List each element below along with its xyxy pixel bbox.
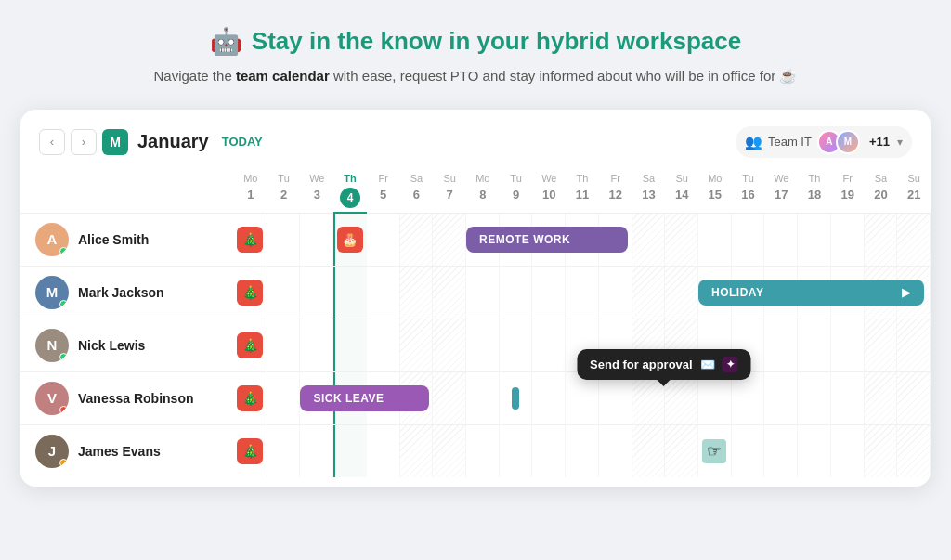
person-cell-vanessa: V Vanessa Robinson — [20, 372, 234, 425]
day-nick-9 — [500, 319, 533, 372]
page-wrapper: 🤖 Stay in the know in your hybrid worksp… — [0, 0, 951, 560]
day-vanessa-3: SICK LEAVE — [300, 372, 333, 425]
day-nick-17 — [764, 319, 798, 372]
day-vanessa-12 — [599, 372, 632, 425]
day-mark-12 — [599, 267, 632, 319]
chevron-down-icon: ▾ — [897, 136, 903, 149]
day-header-10: We10 — [532, 169, 566, 214]
today-button[interactable]: TODAY — [222, 135, 263, 149]
status-dot-mark — [59, 300, 68, 308]
email-icon: ✉️ — [700, 358, 715, 371]
day-james-18 — [798, 425, 831, 477]
event-remote-alice[interactable]: REMOTE WORK — [466, 227, 628, 253]
day-alice-5 — [367, 214, 400, 267]
holiday-icon-vanessa[interactable]: 🎄 — [237, 385, 263, 411]
holiday-icon-james[interactable]: 🎄 — [237, 438, 263, 464]
day-header-3: We3 — [300, 169, 333, 214]
day-james-8 — [466, 425, 500, 477]
slack-icon: ✦ — [723, 357, 738, 372]
day-alice-1: 🎄 — [234, 214, 267, 267]
day-headers: Mo1 Tu2 We3 Th4 Fr5 Sa6 Su7 Mo8 Tu9 We10… — [20, 169, 931, 214]
day-vanessa-7 — [433, 372, 466, 425]
day-james-16 — [732, 425, 765, 477]
day-mark-11 — [566, 267, 599, 319]
day-james-13 — [632, 425, 666, 477]
day-vanessa-8 — [466, 372, 500, 425]
day-header-11: Th11 — [566, 169, 599, 214]
day-header-7: Su7 — [433, 169, 466, 214]
day-nick-1: 🎄 — [234, 319, 267, 372]
calendar-card: ‹ › M January TODAY 👥 Team IT A M +11 ▾ — [20, 110, 931, 487]
day-mark-1: 🎄 — [234, 267, 267, 319]
prev-button[interactable]: ‹ — [39, 129, 65, 155]
day-mark-2 — [267, 267, 301, 319]
day-nick-5 — [367, 319, 400, 372]
day-james-11 — [566, 425, 599, 477]
person-cell-alice: A Alice Smith — [20, 214, 234, 267]
day-james-12 — [599, 425, 632, 477]
avatar-mark: M — [35, 276, 69, 309]
name-nick: Nick Lewis — [78, 338, 145, 353]
day-header-9: Tu9 — [500, 169, 533, 214]
day-james-9 — [500, 425, 533, 477]
day-vanessa-2 — [267, 372, 301, 425]
holiday-icon-alice[interactable]: 🎄 — [237, 227, 263, 253]
day-nick-7 — [433, 319, 466, 372]
day-alice-2 — [267, 214, 301, 267]
day-header-5: Fr5 — [367, 169, 400, 214]
cursor-hand-icon: ☞ — [707, 441, 722, 462]
day-mark-5 — [367, 267, 400, 319]
day-mark-3 — [300, 267, 333, 319]
day-alice-13 — [632, 214, 666, 267]
day-nick-19 — [831, 319, 865, 372]
avatar-2: M — [836, 130, 860, 154]
day-header-8: Mo8 — [466, 169, 500, 214]
event-sick-vanessa[interactable]: SICK LEAVE — [300, 385, 429, 411]
day-james-14 — [665, 425, 698, 477]
team-selector[interactable]: 👥 Team IT A M +11 ▾ — [736, 126, 912, 158]
name-james: James Evans — [78, 444, 161, 459]
day-vanessa-16 — [732, 372, 765, 425]
teal-event-vanessa[interactable] — [512, 387, 519, 410]
day-header-13: Sa13 — [632, 169, 666, 214]
event-holiday-mark[interactable]: HOLIDAY ▶ — [698, 280, 924, 306]
day-mark-10 — [532, 267, 566, 319]
header-title: 🤖 Stay in the know in your hybrid worksp… — [154, 26, 798, 57]
status-dot-vanessa — [59, 406, 68, 414]
tooltip-arrow — [658, 380, 671, 386]
day-header-12: Fr12 — [599, 169, 632, 214]
day-james-17 — [764, 425, 798, 477]
holiday-icon-mark[interactable]: 🎄 — [237, 280, 263, 306]
day-james-5 — [367, 425, 400, 477]
next-button[interactable]: › — [71, 129, 97, 155]
day-header-15: Mo15 — [698, 169, 732, 214]
month-icon: M — [102, 129, 128, 155]
birthday-icon-alice[interactable]: 🎂 — [337, 227, 363, 253]
avatar-vanessa: V — [35, 382, 69, 415]
header-empty — [20, 169, 234, 214]
avatar-stack: A M — [817, 130, 860, 154]
name-alice: Alice Smith — [78, 232, 149, 247]
day-james-7 — [433, 425, 466, 477]
header-subtitle: Navigate the team calendar with ease, re… — [154, 66, 798, 87]
day-mark-4 — [333, 267, 367, 319]
day-mark-7 — [433, 267, 466, 319]
day-vanessa-18 — [798, 372, 831, 425]
tooltip-send-approval[interactable]: Send for approval ✉️ ✦ — [577, 349, 751, 380]
day-james-6 — [400, 425, 434, 477]
header-section: 🤖 Stay in the know in your hybrid worksp… — [154, 26, 798, 87]
day-alice-3 — [300, 214, 333, 267]
holiday-icon-nick[interactable]: 🎄 — [237, 332, 263, 358]
day-header-2: Tu2 — [267, 169, 301, 214]
day-header-16: Tu16 — [732, 169, 765, 214]
day-nick-4 — [333, 319, 367, 372]
day-alice-16 — [732, 214, 765, 267]
day-mark-8 — [466, 267, 500, 319]
day-vanessa-1: 🎄 — [234, 372, 267, 425]
status-dot-alice — [59, 247, 68, 255]
calendar-body: A Alice Smith 🎄 🎂 — [20, 214, 931, 477]
day-header-4: Th4 — [333, 169, 367, 214]
person-cell-nick: N Nick Lewis — [20, 319, 234, 372]
avatar-james: J — [35, 435, 69, 468]
day-mark-14 — [665, 267, 698, 319]
